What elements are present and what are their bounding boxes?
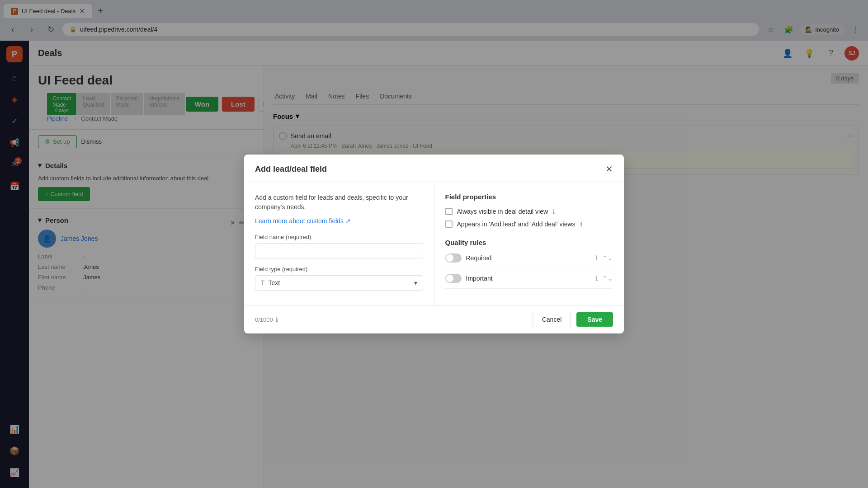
required-toggle[interactable] — [445, 253, 462, 263]
add-field-modal: Add lead/deal field ✕ Add a custom field… — [244, 155, 624, 333]
required-toggle-knob — [446, 254, 453, 262]
save-button[interactable]: Save — [576, 312, 613, 327]
important-toggle-knob — [446, 275, 453, 282]
appears-in-info-icon[interactable]: ℹ — [580, 221, 582, 228]
appears-in-label: Appears in 'Add lead' and 'Add deal' vie… — [457, 221, 576, 228]
field-type-label: Field type (required) — [255, 266, 423, 272]
field-properties-title: Field properties — [445, 193, 613, 201]
required-chevron[interactable]: ⌃⌄ — [602, 254, 613, 262]
modal-title: Add lead/deal field — [255, 164, 327, 174]
field-name-input[interactable] — [255, 243, 423, 258]
modal-right-panel: Field properties Always visible in deal … — [434, 182, 624, 305]
field-type-select[interactable]: T Text ▾ — [255, 275, 423, 291]
quality-rules-title: Quality rules — [445, 239, 613, 246]
learn-more-link[interactable]: Learn more about custom fields ↗ — [255, 217, 423, 225]
modal-left-panel: Add a custom field for leads and deals, … — [244, 182, 434, 305]
modal-body: Add a custom field for leads and deals, … — [244, 182, 624, 305]
field-name-group: Field name (required) — [255, 234, 423, 258]
important-row: Important ℹ ⌃⌄ — [445, 274, 613, 289]
modal-footer: 0/1000 ℹ Cancel Save — [244, 305, 624, 333]
always-visible-row: Always visible in deal detail view ℹ — [445, 208, 613, 215]
required-label: Required — [466, 254, 591, 262]
modal-description: Add a custom field for leads and deals, … — [255, 193, 423, 212]
always-visible-info-icon[interactable]: ℹ — [552, 208, 555, 215]
char-count: 0/1000 ℹ — [255, 316, 278, 323]
important-label: Important — [466, 275, 591, 282]
field-type-value: Text — [269, 279, 410, 286]
modal-header: Add lead/deal field ✕ — [244, 155, 624, 182]
char-count-value: 0/1000 — [255, 316, 273, 323]
modal-close-button[interactable]: ✕ — [605, 164, 613, 174]
important-info-icon[interactable]: ℹ — [595, 275, 598, 282]
appears-in-row: Appears in 'Add lead' and 'Add deal' vie… — [445, 221, 613, 228]
char-count-info[interactable]: ℹ — [276, 316, 278, 323]
field-type-group: Field type (required) T Text ▾ — [255, 266, 423, 291]
field-name-label: Field name (required) — [255, 234, 423, 240]
field-type-icon: T — [261, 279, 265, 286]
important-chevron[interactable]: ⌃⌄ — [602, 275, 613, 282]
field-type-dropdown-icon: ▾ — [414, 279, 417, 286]
appears-in-checkbox[interactable] — [445, 221, 453, 228]
learn-more-arrow: ↗ — [345, 217, 351, 225]
always-visible-label: Always visible in deal detail view — [457, 208, 548, 215]
required-row: Required ℹ ⌃⌄ — [445, 253, 613, 268]
modal-overlay: Add lead/deal field ✕ Add a custom field… — [0, 0, 868, 488]
always-visible-checkbox[interactable] — [445, 208, 453, 215]
required-info-icon[interactable]: ℹ — [595, 254, 598, 262]
important-toggle[interactable] — [445, 274, 462, 283]
learn-more-text: Learn more about custom fields — [255, 217, 344, 225]
cancel-button[interactable]: Cancel — [533, 312, 571, 327]
